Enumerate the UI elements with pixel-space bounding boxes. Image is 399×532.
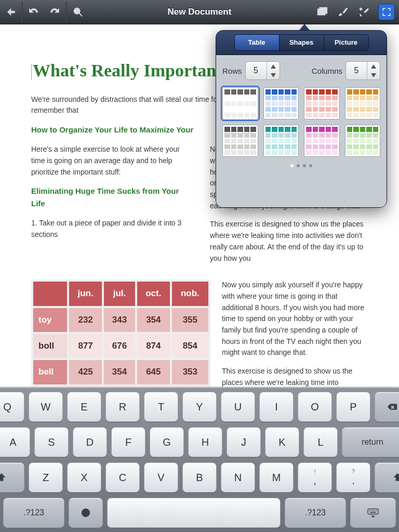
tab-picture[interactable]: Picture [324,35,368,50]
key-i[interactable]: I [259,392,294,422]
table-style-blue[interactable] [263,87,299,119]
table-cell[interactable]: 355 [172,308,208,332]
table-col-header: oct. [137,282,170,305]
key-b[interactable]: B [182,462,217,493]
rows-up-icon[interactable] [267,62,280,71]
key-f[interactable]: F [111,427,145,457]
svg-line-1 [79,14,83,17]
table-cell[interactable]: 874 [137,334,170,358]
rows-value: 5 [246,66,267,75]
table-cell[interactable]: 676 [104,334,135,358]
key-shift-left[interactable] [0,462,24,493]
table-cell[interactable]: 854 [172,334,208,358]
key-t[interactable]: T [144,392,178,422]
key-numsym-left[interactable]: .?123 [3,498,64,528]
key-n[interactable]: N [221,462,255,493]
search-button[interactable] [68,0,88,24]
key-r[interactable]: R [105,392,140,422]
redo-button[interactable] [44,0,65,24]
table-cell[interactable]: 232 [69,308,102,332]
columns-stepper[interactable]: 5 [345,61,380,80]
key-u[interactable]: U [221,392,255,422]
tab-shapes[interactable]: Shapes [280,35,324,50]
svg-rect-11 [375,510,376,511]
table-cell[interactable]: 354 [137,308,170,332]
key-s[interactable]: S [34,427,69,457]
key-period[interactable]: ?. [336,462,370,493]
key-l[interactable]: L [303,427,338,457]
key-e[interactable]: E [67,392,101,422]
table-style-grey-light[interactable] [222,87,258,119]
rows-down-icon[interactable] [267,71,280,79]
svg-rect-8 [369,510,370,511]
key-comma[interactable]: !, [298,462,332,493]
key-h[interactable]: H [188,427,222,457]
key-w[interactable]: W [29,392,63,422]
key-j[interactable]: J [227,427,261,457]
svg-rect-7 [368,509,378,514]
right-para-2: This exercise is designed to show us the… [210,219,368,264]
popover-arrow [299,24,310,30]
key-return[interactable]: return [342,427,399,457]
table-cell[interactable]: 877 [69,334,102,358]
cols-down-icon[interactable] [367,71,380,79]
on-screen-keyboard: QWERTYUIOP ASDFGHJKLreturn ZXCVBNM!,?. .… [0,388,399,532]
table-style-red[interactable] [304,87,340,119]
columns-label: Columns [312,66,342,75]
key-m[interactable]: M [259,462,294,493]
key-globe[interactable] [69,498,103,528]
svg-rect-13 [370,512,376,513]
key-space[interactable] [107,498,281,528]
key-y[interactable]: Y [182,392,217,422]
key-g[interactable]: G [150,427,184,457]
rows-stepper[interactable]: 5 [245,61,280,80]
tools-button[interactable] [353,0,374,24]
data-table[interactable]: jun.jul.oct.nob. toy232343354355boll8776… [31,280,210,386]
svg-rect-9 [371,510,372,511]
table-style-teal[interactable] [263,125,299,157]
brush-button[interactable] [332,0,353,24]
page-dots[interactable] [222,164,380,167]
table-style-grey-dark[interactable] [222,125,258,157]
columns-value: 5 [346,66,367,75]
table-row-header: boll [33,334,67,358]
key-z[interactable]: Z [29,462,63,493]
table-cell[interactable]: 425 [69,360,102,384]
tab-table[interactable]: Table [235,35,280,50]
table-style-magenta[interactable] [304,125,340,157]
table-col-header: jul. [104,282,135,305]
popover-tabs: Table Shapes Picture [216,31,387,55]
table-style-green[interactable] [345,125,381,157]
key-c[interactable]: C [105,462,140,493]
subheading-2: Eliminating Huge Time Sucks from Your Li… [31,185,189,209]
back-button[interactable] [0,0,21,24]
key-v[interactable]: V [144,462,178,493]
table-cell[interactable]: 354 [104,360,135,384]
key-shift-right[interactable] [375,462,399,493]
key-k[interactable]: K [265,427,299,457]
key-d[interactable]: D [73,427,107,457]
table-style-orange[interactable] [345,87,381,119]
svg-rect-3 [320,8,327,14]
key-numsym-right[interactable]: .?123 [285,498,346,528]
key-x[interactable]: X [67,462,101,493]
key-hide-keyboard[interactable] [350,498,396,528]
key-q[interactable]: Q [0,392,24,422]
key-o[interactable]: O [298,392,332,422]
undo-button[interactable] [23,0,44,24]
key-backspace[interactable] [375,392,399,422]
table-cell[interactable]: 353 [172,360,208,384]
left-para-1: Here's a simple exercise to look at wher… [31,144,189,178]
table-cell[interactable]: 645 [137,360,170,384]
key-p[interactable]: P [336,392,370,422]
key-a[interactable]: A [0,427,30,457]
table-style-grid [222,87,380,157]
table-row: boll877676874854 [33,334,208,358]
left-para-2: 1. Take out a piece of paper and divide … [31,218,189,240]
side-para-1: Now you simply ask yourself if you're ha… [222,280,368,358]
insert-media-button[interactable] [312,0,332,24]
table-row-header: bell [33,360,67,384]
cols-up-icon[interactable] [367,62,380,71]
expand-button[interactable] [378,4,395,20]
table-cell[interactable]: 343 [104,308,135,332]
